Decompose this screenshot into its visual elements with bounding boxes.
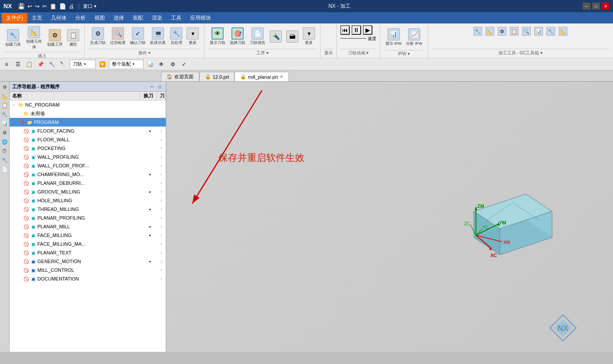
create-geometry-button[interactable]: 📐 创建几何体 xyxy=(23,25,44,51)
tree-item-chamfering[interactable]: 🚫 ▣ CHAMFERING_MO... ▪ › xyxy=(10,170,166,179)
tree-item-floor-facing[interactable]: 🚫 ▣ FLOOR_FACING ▪ › xyxy=(10,127,166,135)
tree-item-hole-milling[interactable]: 🚫 ▣ HOLE_MILLING › xyxy=(10,196,166,205)
tool-icon[interactable]: 🔧 xyxy=(47,60,57,69)
sidebar-icon-settings[interactable]: ⚙ xyxy=(0,83,9,91)
tree-item-unused[interactable]: 📁 未用项 xyxy=(10,109,166,118)
maximize-button[interactable]: □ xyxy=(592,3,600,10)
anim-prev-button[interactable]: ⏮ xyxy=(340,25,350,35)
pin-icon[interactable]: 📌 xyxy=(36,60,45,69)
postprocess-button[interactable]: 🔧 后处理 xyxy=(168,27,184,47)
minimize-button[interactable]: ─ xyxy=(583,3,590,10)
clip-icon[interactable]: 📋 xyxy=(24,60,34,69)
tab-prt[interactable]: 🔒 12.0.prt xyxy=(199,72,234,81)
nav-minimize-icon[interactable]: ─ xyxy=(148,83,155,90)
menu-view[interactable]: 视图 xyxy=(90,13,109,23)
mountain-button[interactable]: 🏔 xyxy=(285,30,300,44)
tree-item-groove-milling[interactable]: 🚫 ▣ GROOVE_MILLING ▪ › xyxy=(10,187,166,196)
sidebar-icon-gear[interactable]: ⚙ xyxy=(0,128,9,137)
create-tool-button[interactable]: 🔧 创建刀具 xyxy=(3,28,23,48)
tree-item-program[interactable]: − 🚫 📁 PROGRAM xyxy=(10,118,166,127)
tree-item-floor-wall[interactable]: 🚫 ▣ FLOOR_WALL › xyxy=(10,135,166,144)
overcutting-check-button[interactable]: 🔍 过切检查 xyxy=(108,27,127,47)
gc-icon-3[interactable]: ⚙ xyxy=(496,26,508,37)
more-ops-button[interactable]: ▾ 更多 xyxy=(185,27,201,47)
save-icon[interactable]: 💾 xyxy=(18,3,25,10)
tree-item-planar-deburri[interactable]: 🚫 ▣ PLANAR_DEBURRI... › xyxy=(10,179,166,187)
gc-icon-7[interactable]: 🔧 xyxy=(545,26,556,37)
menu-analysis[interactable]: 分析 xyxy=(71,13,90,23)
filter-icon[interactable]: 🔽 xyxy=(97,60,107,69)
print-icon[interactable]: 🖨 xyxy=(69,3,74,10)
undo-icon[interactable]: ↩ xyxy=(27,3,32,10)
sidebar-icon-geometry[interactable]: 📐 xyxy=(0,92,9,100)
program-expand[interactable]: − xyxy=(13,120,18,124)
tree-item-wall-floor-prof[interactable]: 🚫 ▣ WALL_FLOOR_PROF... › xyxy=(10,161,166,170)
show-ipw-button[interactable]: 📊 显示 IPW xyxy=(384,27,404,47)
assembly-dropdown[interactable]: 整个装配 ▾ xyxy=(109,60,144,69)
menu-geometry[interactable]: 几何体 xyxy=(47,13,71,23)
gc-icon-2[interactable]: 📐 xyxy=(484,26,496,37)
generate-toolpath-button[interactable]: ⚙ 生成刀轨 xyxy=(88,27,107,47)
gc-icon-8[interactable]: 📐 xyxy=(557,26,569,37)
graph-icon[interactable]: 📊 xyxy=(145,60,155,69)
nc-program-expand[interactable]: − xyxy=(11,103,17,107)
toolpath-filter-dropdown[interactable]: 刀轨 ▾ xyxy=(70,60,96,69)
gc-icon-6[interactable]: 📊 xyxy=(533,26,544,37)
nav-expand-icon[interactable]: □ xyxy=(156,83,163,90)
menu-toggle-icon[interactable]: ≡ xyxy=(2,60,11,69)
sidebar-icon-wrench[interactable]: 🔧 xyxy=(0,156,9,164)
tab-mill-close[interactable]: ✕ xyxy=(280,74,283,79)
more-display-button[interactable]: ▾ 更多 xyxy=(301,27,317,47)
menu-tools[interactable]: 工具 xyxy=(167,13,186,23)
gc-icon-4[interactable]: 📋 xyxy=(509,26,520,37)
tree-item-planar-text[interactable]: 🚫 ▣ PLANAR_TEXT › xyxy=(10,248,166,257)
select-toolpath-button[interactable]: 🎯 选择刀轨 xyxy=(228,27,247,47)
menu-select[interactable]: 选择 xyxy=(109,13,128,23)
tree-item-generic-motion[interactable]: 🚫 ▣ GENERIC_MOTION ▪ ◻ xyxy=(10,257,166,266)
redo-icon[interactable]: ↪ xyxy=(35,3,40,10)
tree-item-pocketing[interactable]: 🚫 ▣ POCKETING › xyxy=(10,144,166,153)
cut-icon[interactable]: ✂ xyxy=(42,3,47,10)
close-button[interactable]: ✕ xyxy=(602,3,610,10)
check-icon[interactable]: ✓ xyxy=(179,60,189,69)
tree-item-documentation[interactable]: 🚫 ▣ DOCUMENTATION › xyxy=(10,274,166,283)
tree-item-planar-mill[interactable]: 🚫 ▣ PLANAR_MILL ▪ › xyxy=(10,222,166,231)
anim-play-button[interactable]: ▶ xyxy=(363,25,372,35)
tab-welcome[interactable]: 🏠 欢迎页面 xyxy=(161,72,199,81)
list-icon[interactable]: ☰ xyxy=(13,60,23,69)
copy-icon[interactable]: 📋 xyxy=(50,3,57,10)
flashlight-button[interactable]: 🔦 xyxy=(268,30,284,44)
paste-icon[interactable]: 📄 xyxy=(59,3,66,10)
show-toolpath-button[interactable]: 👁 显示刀轨 xyxy=(208,27,227,47)
tab-mill-planar[interactable]: 🔒 mill_planar.prt ✕ xyxy=(234,72,288,81)
menu-app-module[interactable]: 应用模块 xyxy=(186,13,215,23)
verify-toolpath-button[interactable]: ✓ 确认刀轨 xyxy=(128,27,147,47)
analyze-ipw-button[interactable]: 📈 分析 IPW xyxy=(404,27,424,47)
menu-home[interactable]: 主页 xyxy=(27,13,47,23)
tree-item-planar-profiling[interactable]: 🚫 ▣ PLANAR_PROFILING › xyxy=(10,214,166,222)
menu-file[interactable]: 文件(F) xyxy=(2,13,27,23)
properties-button[interactable]: 📋 属性 xyxy=(65,28,81,48)
tree-item-wall-profiling[interactable]: 🚫 ▣ WALL_PROFILING › xyxy=(10,153,166,161)
tree-item-face-milling-ma[interactable]: 🚫 ▣ FACE_MILLING_MA... › xyxy=(10,240,166,248)
toolpath-report-button[interactable]: 📄 刀轨报告 xyxy=(248,27,267,47)
sidebar-icon-time[interactable]: ⏱ xyxy=(0,147,9,155)
sidebar-icon-doc[interactable]: 📄 xyxy=(0,165,9,174)
create-operation-button[interactable]: ⚙ 创建工序 xyxy=(45,28,64,48)
tree-item-face-milling[interactable]: 🚫 ▣ FACE_MILLING ▪ › xyxy=(10,231,166,240)
machine-sim-button[interactable]: 💻 机床仿真 xyxy=(148,27,167,47)
eye-icon[interactable]: 👁 xyxy=(157,60,166,69)
menu-render[interactable]: 渲染 xyxy=(147,13,167,23)
sidebar-icon-tool[interactable]: 🔧 xyxy=(0,110,9,119)
tree-item-thread-milling[interactable]: 🚫 ▣ THREAD_MILLING ▪ › xyxy=(10,205,166,214)
settings-icon[interactable]: ⚙ xyxy=(168,60,178,69)
sidebar-icon-chart[interactable]: 📊 xyxy=(0,119,9,128)
anim-pause-button[interactable]: ⏸ xyxy=(352,25,361,35)
sidebar-icon-list[interactable]: 📋 xyxy=(0,101,9,110)
viewport[interactable]: 保存并重启软件生效 xyxy=(166,82,613,352)
menu-assembly[interactable]: 装配 xyxy=(128,13,147,23)
tree-item-nc-program[interactable]: − 📁 NC_PROGRAM xyxy=(10,100,166,109)
sidebar-icon-globe[interactable]: 🌐 xyxy=(0,137,9,146)
window-menu-icon[interactable]: 窗口 ▾ xyxy=(83,3,97,10)
tree-item-mill-control[interactable]: 🚫 ▣ MILL_CONTROL › xyxy=(10,266,166,274)
